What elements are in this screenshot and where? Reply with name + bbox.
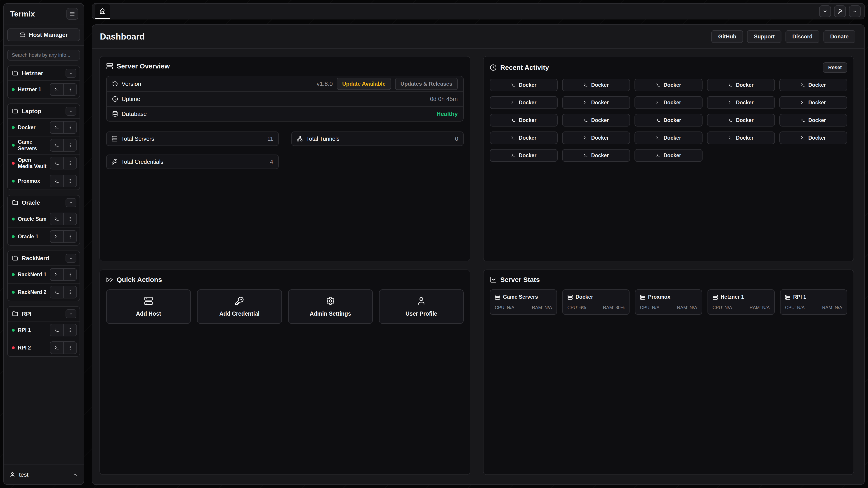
update-available-badge[interactable]: Update Available — [337, 78, 391, 90]
group-collapse-button[interactable] — [66, 254, 76, 263]
quick-action-label: Admin Settings — [310, 311, 351, 317]
quick-action-admin-settings[interactable]: Admin Settings — [288, 289, 373, 324]
tab-home[interactable] — [95, 4, 110, 18]
topbar-hammer-button[interactable] — [834, 5, 846, 17]
activity-item[interactable]: Docker — [634, 114, 702, 127]
activity-item[interactable]: Docker — [707, 131, 775, 144]
activity-item[interactable]: Docker — [490, 114, 558, 127]
sidebar-host-list: HetznerHetzner 1LaptopDockerGame Servers… — [4, 46, 84, 464]
group-collapse-button[interactable] — [66, 69, 76, 78]
activity-item[interactable]: Docker — [779, 114, 847, 127]
host-menu-button[interactable] — [63, 213, 76, 225]
host-terminal-button[interactable] — [50, 122, 63, 133]
fast-forward-icon — [106, 276, 113, 283]
chevron-down-icon — [69, 256, 73, 260]
user-menu[interactable]: test — [4, 464, 84, 484]
group-collapse-button[interactable] — [66, 107, 76, 116]
activity-item[interactable]: Docker — [779, 96, 847, 109]
header-link-discord[interactable]: Discord — [785, 30, 819, 43]
terminal-icon — [801, 100, 805, 105]
host-row[interactable]: RPI 1 — [8, 321, 80, 339]
status-dot-online — [12, 291, 15, 294]
activity-item[interactable]: Docker — [634, 96, 702, 109]
host-menu-button[interactable] — [63, 231, 76, 242]
topbar-chevron-up-button[interactable] — [849, 5, 861, 17]
host-row[interactable]: Open Media Vault — [8, 154, 80, 172]
host-terminal-button[interactable] — [50, 324, 63, 336]
activity-item[interactable]: Docker — [562, 96, 630, 109]
host-terminal-button[interactable] — [50, 175, 63, 187]
group-header[interactable]: RackNerd — [8, 251, 80, 265]
host-manager-button[interactable]: Host Manager — [7, 29, 80, 41]
activity-item[interactable]: Docker — [490, 149, 558, 162]
topbar-chevron-down-button[interactable] — [819, 5, 831, 17]
host-terminal-button[interactable] — [50, 157, 63, 169]
total-label: Total Tunnels — [306, 135, 452, 142]
header-link-donate[interactable]: Donate — [824, 30, 855, 43]
host-row[interactable]: Hetzner 1 — [8, 80, 80, 98]
host-row[interactable]: RPI 2 — [8, 339, 80, 356]
status-dot-online — [12, 144, 15, 147]
host-menu-button[interactable] — [63, 342, 76, 354]
host-menu-button[interactable] — [63, 139, 76, 151]
host-terminal-button[interactable] — [50, 286, 63, 298]
host-row[interactable]: Game Servers — [8, 136, 80, 154]
activity-item[interactable]: Docker — [707, 114, 775, 127]
quick-action-add-host[interactable]: Add Host — [106, 289, 191, 324]
activity-item[interactable]: Docker — [634, 149, 702, 162]
activity-item[interactable]: Docker — [779, 131, 847, 144]
host-menu-button[interactable] — [63, 286, 76, 298]
activity-item-label: Docker — [664, 135, 681, 141]
host-menu-button[interactable] — [63, 157, 76, 169]
group-header[interactable]: Oracle — [8, 195, 80, 210]
group-header[interactable]: Hetzner — [8, 66, 80, 80]
host-menu-button[interactable] — [63, 324, 76, 336]
host-terminal-button[interactable] — [50, 139, 63, 151]
recent-activity-card: Recent Activity Reset DockerDockerDocker… — [483, 56, 854, 261]
quick-action-add-credential[interactable]: Add Credential — [197, 289, 282, 324]
search-input[interactable] — [7, 50, 80, 61]
host-terminal-button[interactable] — [50, 231, 63, 242]
header-link-github[interactable]: GitHub — [711, 30, 743, 43]
host-row[interactable]: RackNerd 2 — [8, 283, 80, 301]
host-menu-button[interactable] — [63, 84, 76, 95]
host-menu-button[interactable] — [63, 269, 76, 281]
sidebar-menu-button[interactable] — [66, 8, 78, 20]
activity-item[interactable]: Docker — [490, 96, 558, 109]
overview-right: 0d 0h 45m — [430, 96, 458, 103]
host-row[interactable]: Oracle Sam — [8, 210, 80, 228]
host-row[interactable]: Proxmox — [8, 172, 80, 190]
group-header[interactable]: RPI — [8, 306, 80, 321]
server-icon — [144, 296, 153, 305]
activity-item[interactable]: Docker — [634, 78, 702, 91]
quick-action-user-profile[interactable]: User Profile — [379, 289, 464, 324]
activity-item[interactable]: Docker — [490, 78, 558, 91]
group-collapse-button[interactable] — [66, 309, 76, 318]
activity-item[interactable]: Docker — [707, 78, 775, 91]
host-menu-button[interactable] — [63, 175, 76, 187]
activity-item[interactable]: Docker — [562, 78, 630, 91]
activity-item[interactable]: Docker — [562, 131, 630, 144]
host-row[interactable]: Oracle 1 — [8, 228, 80, 245]
activity-item[interactable]: Docker — [562, 149, 630, 162]
total-value: 11 — [268, 135, 273, 142]
host-terminal-button[interactable] — [50, 269, 63, 281]
group-header[interactable]: Laptop — [8, 104, 80, 119]
reset-button[interactable]: Reset — [823, 62, 847, 73]
activity-item[interactable]: Docker — [634, 131, 702, 144]
activity-item[interactable]: Docker — [707, 96, 775, 109]
group-collapse-button[interactable] — [66, 198, 76, 207]
server-stat-tile: RPI 1CPU: N/ARAM: N/A — [780, 289, 847, 315]
header-link-support[interactable]: Support — [747, 30, 781, 43]
activity-item[interactable]: Docker — [562, 114, 630, 127]
activity-item[interactable]: Docker — [779, 78, 847, 91]
updates-releases-button[interactable]: Updates & Releases — [395, 78, 458, 90]
host-menu-button[interactable] — [63, 122, 76, 133]
host-groups: HetznerHetzner 1LaptopDockerGame Servers… — [7, 66, 80, 357]
host-row[interactable]: Docker — [8, 119, 80, 136]
host-terminal-button[interactable] — [50, 84, 63, 95]
host-terminal-button[interactable] — [50, 342, 63, 354]
host-row[interactable]: RackNerd 1 — [8, 265, 80, 283]
host-terminal-button[interactable] — [50, 213, 63, 225]
activity-item[interactable]: Docker — [490, 131, 558, 144]
